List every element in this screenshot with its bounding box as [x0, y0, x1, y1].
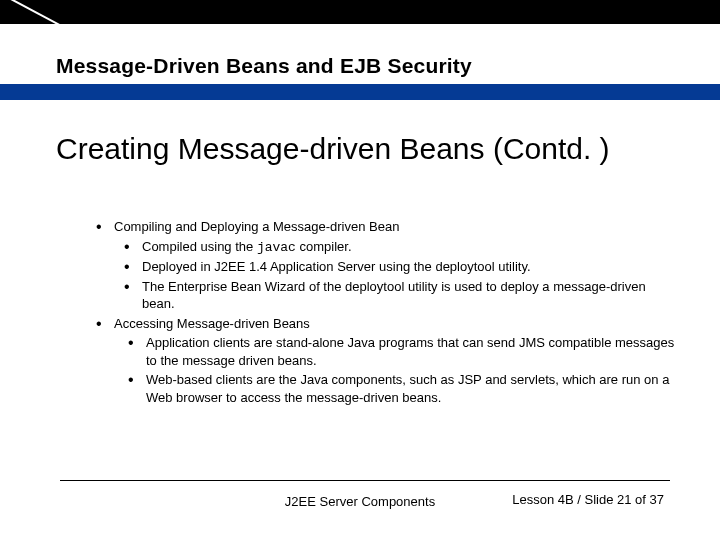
slide-title: Creating Message-driven Beans (Contd. ) — [56, 130, 676, 168]
list-item: Application clients are stand-alone Java… — [128, 334, 676, 369]
bullet-text: The Enterprise Bean Wizard of the deploy… — [142, 279, 646, 312]
bullet-text: Web-based clients are the Java component… — [146, 372, 669, 405]
code-text: javac — [257, 240, 296, 255]
list-item: The Enterprise Bean Wizard of the deploy… — [124, 278, 676, 313]
list-item: Compiled using the javac compiler. — [124, 238, 676, 257]
footer-right-text: Lesson 4B / Slide 21 of 37 — [512, 492, 664, 507]
list-item: Web-based clients are the Java component… — [128, 371, 676, 406]
bullet-text: Application clients are stand-alone Java… — [146, 335, 674, 368]
bullet-text: Deployed in J2EE 1.4 Application Server … — [142, 259, 531, 274]
slide-header: Message-Driven Beans and EJB Security — [56, 54, 472, 78]
footer-divider — [60, 480, 670, 481]
decorative-diagonal-line — [0, 0, 70, 31]
bullet-text: compiler. — [296, 239, 352, 254]
section-heading: Compiling and Deploying a Message-driven… — [114, 219, 399, 234]
bullet-text: Compiled using the — [142, 239, 257, 254]
top-black-bar — [0, 0, 720, 24]
section-heading: Accessing Message-driven Beans — [114, 316, 310, 331]
list-item: Compiling and Deploying a Message-driven… — [96, 218, 676, 313]
list-item: Accessing Message-driven Beans Applicati… — [96, 315, 676, 407]
list-item: Deployed in J2EE 1.4 Application Server … — [124, 258, 676, 276]
blue-strip — [0, 84, 720, 100]
slide: Message-Driven Beans and EJB Security Cr… — [0, 0, 720, 540]
slide-body: Compiling and Deploying a Message-driven… — [96, 218, 676, 408]
